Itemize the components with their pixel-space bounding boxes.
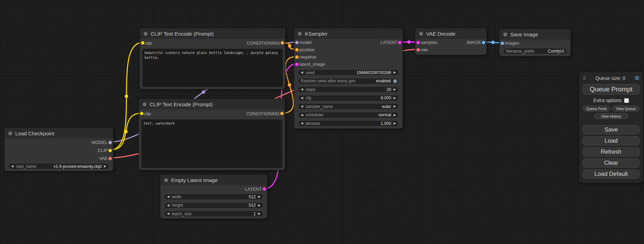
- node-load-checkpoint[interactable]: Load Checkpoint MODEL CLIP VAE ◀ ckpt_na…: [4, 128, 113, 171]
- widget-value: v1-5-pruned-emaonly.ckpt: [54, 164, 102, 169]
- widget-batch-size[interactable]: ◀ batch_size 1 ▶: [164, 210, 264, 217]
- widget-width[interactable]: ◀ width 512 ▶: [164, 193, 264, 200]
- widget-value: 512: [249, 195, 256, 199]
- widget-ckpt-name[interactable]: ◀ ckpt_name v1-5-pruned-emaonly.ckpt ▶: [8, 163, 109, 170]
- left-arrow-icon[interactable]: ◀: [167, 204, 169, 207]
- right-arrow-icon[interactable]: ▶: [394, 97, 396, 100]
- prompt-textarea[interactable]: beautiful scenery nature glass bottle la…: [142, 49, 283, 87]
- widget-value: 156680208700286: [356, 70, 391, 75]
- output-label-latent: LATENT: [245, 187, 262, 192]
- node-title-bar[interactable]: CLIP Text Encode (Prompt): [139, 99, 285, 109]
- view-history-button[interactable]: View History: [594, 113, 628, 119]
- input-dot-clip[interactable]: [141, 41, 144, 45]
- save-button[interactable]: Save: [583, 125, 639, 134]
- left-arrow-icon[interactable]: ◀: [301, 105, 303, 108]
- right-arrow-icon[interactable]: ▶: [394, 122, 396, 125]
- node-clip-text-encode-negative[interactable]: CLIP Text Encode (Prompt) clip CONDITION…: [139, 99, 285, 170]
- collapse-dot[interactable]: [298, 32, 302, 36]
- widget-cfg[interactable]: ◀ cfg 8.000 ▶: [298, 95, 399, 101]
- input-label-negative: negative: [299, 54, 316, 60]
- input-dot-clip[interactable]: [140, 112, 143, 115]
- settings-gear-icon[interactable]: ⚙: [635, 75, 639, 81]
- input-dot-samples[interactable]: [416, 41, 420, 44]
- widget-filename-prefix[interactable]: filename_prefix ComfyUI: [503, 48, 567, 54]
- widget-scheduler[interactable]: ◀ scheduler normal ▶: [298, 112, 399, 118]
- node-clip-text-encode-positive[interactable]: CLIP Text Encode (Prompt) clip CONDITION…: [140, 28, 285, 89]
- node-ksampler[interactable]: KSampler model LATENT positive negative …: [294, 28, 403, 129]
- node-title-bar[interactable]: Load Checkpoint: [5, 128, 113, 138]
- output-label-image: IMAGE: [467, 40, 481, 45]
- widget-height[interactable]: ◀ height 512 ▶: [164, 202, 264, 209]
- input-dot-vae[interactable]: [416, 48, 420, 52]
- node-title-bar[interactable]: Save Image: [500, 29, 571, 39]
- widget-sampler-name[interactable]: ◀ sampler_name euler ▶: [298, 103, 399, 110]
- slot-row-model-latent: model LATENT: [294, 39, 403, 46]
- output-dot-vae[interactable]: [108, 157, 112, 160]
- refresh-button[interactable]: Refresh: [583, 147, 639, 156]
- right-arrow-icon[interactable]: ▶: [394, 88, 396, 91]
- node-title: Empty Latent Image: [171, 177, 218, 183]
- input-dot-negative[interactable]: [295, 55, 299, 59]
- output-dot-image[interactable]: [482, 41, 485, 44]
- collapse-dot[interactable]: [8, 132, 12, 135]
- right-arrow-icon[interactable]: ▶: [258, 204, 261, 207]
- collapse-dot[interactable]: [419, 32, 423, 36]
- output-dot-latent[interactable]: [398, 41, 402, 44]
- input-dot-latent-image[interactable]: [295, 63, 299, 66]
- clear-button[interactable]: Clear: [583, 159, 639, 168]
- output-dot-conditioning[interactable]: [280, 112, 284, 115]
- node-title-bar[interactable]: CLIP Text Encode (Prompt): [140, 28, 285, 39]
- widget-denoise[interactable]: ◀ denoise 1.000 ▶: [298, 120, 399, 127]
- output-label-conditioning: CONDITIONING: [247, 40, 280, 46]
- load-default-button[interactable]: Load Default: [583, 170, 639, 179]
- collapse-dot[interactable]: [503, 33, 507, 36]
- drag-handle-icon[interactable]: ⠿: [583, 75, 586, 81]
- widget-seed[interactable]: ◀ seed 156680208700286 ▶: [298, 69, 399, 76]
- left-arrow-icon[interactable]: ◀: [11, 165, 14, 168]
- widget-random-seed-toggle[interactable]: Random seed after every gen enabled: [298, 78, 399, 84]
- node-save-image[interactable]: Save Image images filename_prefix ComfyU…: [499, 29, 571, 56]
- right-arrow-icon[interactable]: ▶: [104, 165, 106, 168]
- load-button[interactable]: Load: [583, 136, 639, 145]
- queue-front-button[interactable]: Queue Front: [583, 106, 610, 111]
- right-arrow-icon[interactable]: ▶: [394, 114, 396, 117]
- output-dot-latent[interactable]: [263, 187, 266, 191]
- node-title-bar[interactable]: KSampler: [294, 28, 403, 39]
- output-dot-conditioning[interactable]: [281, 41, 284, 45]
- right-arrow-icon[interactable]: ▶: [394, 71, 396, 74]
- node-title: CLIP Text Encode (Prompt): [150, 101, 213, 107]
- node-title-bar[interactable]: VAE Decode: [415, 28, 486, 39]
- output-dot-model[interactable]: [108, 141, 112, 144]
- right-arrow-icon[interactable]: ▶: [394, 105, 396, 108]
- output-dot-clip[interactable]: [108, 149, 112, 152]
- left-arrow-icon[interactable]: ◀: [301, 114, 303, 117]
- collapse-dot[interactable]: [144, 32, 148, 36]
- widget-steps[interactable]: ◀ steps 20 ▶: [298, 86, 399, 93]
- left-arrow-icon[interactable]: ◀: [301, 88, 303, 91]
- node-vae-decode[interactable]: VAE Decode samples IMAGE vae: [415, 28, 487, 55]
- collapse-dot[interactable]: [143, 102, 147, 106]
- prompt-textarea[interactable]: text, watermark: [141, 119, 282, 168]
- left-arrow-icon[interactable]: ◀: [301, 97, 303, 100]
- node-graph-canvas[interactable]: Load Checkpoint MODEL CLIP VAE ◀ ckpt_na…: [0, 0, 644, 244]
- input-dot-model[interactable]: [295, 41, 299, 44]
- node-title-bar[interactable]: Empty Latent Image: [160, 175, 267, 185]
- left-arrow-icon[interactable]: ◀: [167, 212, 169, 215]
- input-dot-images[interactable]: [501, 42, 504, 45]
- widget-name: width: [172, 195, 246, 199]
- left-arrow-icon[interactable]: ◀: [301, 71, 303, 74]
- queue-buttons-row: Queue Front View Queue: [583, 106, 639, 111]
- left-arrow-icon[interactable]: ◀: [301, 122, 303, 125]
- queue-prompt-button[interactable]: Queue Prompt: [583, 84, 639, 94]
- left-arrow-icon[interactable]: ◀: [167, 195, 169, 198]
- input-dot-positive[interactable]: [295, 48, 299, 52]
- right-arrow-icon[interactable]: ▶: [258, 195, 261, 198]
- extra-options-checkbox[interactable]: [624, 98, 629, 103]
- node-empty-latent-image[interactable]: Empty Latent Image LATENT ◀ width 512 ▶ …: [160, 174, 267, 219]
- view-queue-button[interactable]: View Queue: [612, 106, 639, 111]
- collapse-dot[interactable]: [164, 178, 168, 182]
- output-label-vae: VAE: [99, 156, 108, 161]
- right-arrow-icon[interactable]: ▶: [258, 212, 261, 215]
- toggle-dot[interactable]: [393, 79, 397, 83]
- slot-row-samples-image: samples IMAGE: [415, 39, 486, 46]
